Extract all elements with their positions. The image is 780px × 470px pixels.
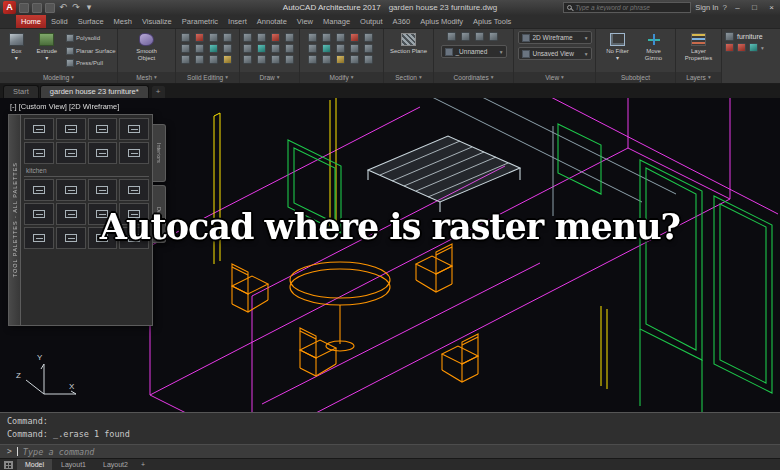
panel-label-solid-editing[interactable]: Solid Editing▾ (176, 72, 239, 83)
draw-tool-icon[interactable] (271, 44, 280, 53)
model-tab[interactable]: Model (17, 459, 52, 470)
polysolid-button[interactable]: Polysolid (64, 32, 114, 44)
chevron-down-icon[interactable]: ▾ (761, 45, 764, 51)
panel-label-view[interactable]: View▾ (514, 72, 595, 83)
search-input[interactable] (575, 4, 687, 11)
modify-tool-icon[interactable] (308, 44, 317, 53)
solid-editing-tool-icon[interactable] (181, 44, 190, 53)
modify-tool-icon[interactable] (322, 44, 331, 53)
modify-tool-icon[interactable] (322, 33, 331, 42)
panel-label-subobject[interactable]: Subobject (596, 72, 675, 83)
modify-tool-icon[interactable] (364, 55, 373, 64)
draw-tool-icon[interactable] (243, 33, 252, 42)
solid-editing-tool-icon[interactable] (195, 44, 204, 53)
panel-label-draw[interactable]: Draw▾ (240, 72, 299, 83)
new-drawing-button[interactable]: + (152, 86, 165, 98)
panel-label-coordinates[interactable]: Coordinates▾ (434, 72, 513, 83)
draw-tool-icon[interactable] (271, 55, 280, 64)
aplus-tool-icon[interactable] (725, 43, 734, 52)
signin-button[interactable]: Sign In (695, 3, 718, 12)
ribbon-tab-parametric[interactable]: Parametric (177, 15, 223, 28)
palette-item[interactable] (24, 227, 54, 249)
ribbon-tab-annotate[interactable]: Annotate (252, 15, 292, 28)
help-icon[interactable]: ? (723, 3, 727, 12)
palette-item[interactable] (24, 118, 54, 140)
panel-label-layers[interactable]: Layers▾ (676, 72, 721, 83)
viewport-view-control[interactable]: [Custom View] (19, 102, 67, 111)
box-dropdown-icon[interactable]: ▾ (15, 55, 18, 62)
coordinates-tool-icon[interactable] (461, 32, 470, 41)
new-layout-button[interactable]: + (137, 459, 149, 470)
ribbon-tab-aplus-modify[interactable]: Aplus Modify (415, 15, 468, 28)
drawing-viewport[interactable]: X Y Z [-] [Custom View] [2D Wireframe] T… (0, 98, 780, 412)
maximize-button[interactable]: □ (748, 3, 761, 12)
palette-item[interactable] (88, 179, 118, 201)
palette-item[interactable] (56, 179, 86, 201)
command-input-row[interactable]: > Type a command (0, 444, 780, 458)
palette-item[interactable] (119, 203, 149, 225)
palette-item[interactable] (119, 227, 149, 249)
ribbon-tab-visualize[interactable]: Visualize (137, 15, 177, 28)
modify-tool-icon[interactable] (308, 55, 317, 64)
open-icon[interactable] (19, 3, 29, 13)
ribbon-tab-surface[interactable]: Surface (73, 15, 109, 28)
command-history[interactable]: Command: Command: _.erase 1 found (0, 412, 780, 444)
aplus-tool-icon[interactable] (737, 43, 746, 52)
panel-label-section[interactable]: Section▾ (384, 72, 433, 83)
ribbon-tab-mesh[interactable]: Mesh (109, 15, 137, 28)
press-pull-button[interactable]: Press/Pull (64, 57, 114, 69)
file-tab-start[interactable]: Start (3, 85, 39, 98)
palette-item[interactable] (24, 179, 54, 201)
palette-tab-detail[interactable]: Detail (153, 185, 166, 243)
draw-tool-icon[interactable] (285, 33, 294, 42)
visual-style-dropdown[interactable]: 2D Wireframe ▾ (518, 31, 592, 44)
move-gizmo-button[interactable]: Move Gizmo (637, 31, 671, 70)
draw-tool-icon[interactable] (285, 55, 294, 64)
palette-tab-interiors[interactable]: Interiors (153, 124, 166, 182)
coordinates-tool-icon[interactable] (489, 32, 498, 41)
palette-item[interactable] (88, 203, 118, 225)
panel-label-modify[interactable]: Modify▾ (300, 72, 383, 83)
undo-icon[interactable]: ↶ (58, 3, 68, 13)
file-tab-document[interactable]: garden house 23 furniture* (40, 85, 149, 98)
draw-tool-icon[interactable] (257, 44, 266, 53)
layout1-tab[interactable]: Layout1 (53, 459, 94, 470)
draw-tool-icon[interactable] (257, 55, 266, 64)
ribbon-tab-a360[interactable]: A360 (388, 15, 416, 28)
palette-item[interactable] (56, 227, 86, 249)
modify-tool-icon[interactable] (350, 55, 359, 64)
palette-item[interactable] (88, 142, 118, 164)
modify-tool-icon[interactable] (364, 33, 373, 42)
save-icon[interactable] (32, 3, 42, 13)
viewport-style-control[interactable]: [2D Wireframe] (69, 102, 119, 111)
extrude-dropdown-icon[interactable]: ▾ (45, 55, 48, 62)
section-plane-button[interactable]: Section Plane (389, 31, 429, 70)
solid-editing-tool-icon[interactable] (181, 55, 190, 64)
ribbon-tab-output[interactable]: Output (355, 15, 388, 28)
ribbon-tab-manage[interactable]: Manage (318, 15, 355, 28)
modify-tool-icon[interactable] (336, 44, 345, 53)
layout2-tab[interactable]: Layout2 (95, 459, 136, 470)
solid-editing-tool-icon[interactable] (209, 44, 218, 53)
ribbon-tab-insert[interactable]: Insert (223, 15, 252, 28)
palette-item[interactable] (24, 203, 54, 225)
coordinates-tool-icon[interactable] (447, 32, 456, 41)
panel-label-mesh[interactable]: Mesh▾ (118, 72, 175, 83)
grid-icon[interactable] (4, 461, 13, 469)
ribbon-tab-view[interactable]: View (292, 15, 318, 28)
palette-item[interactable] (88, 227, 118, 249)
extrude-button[interactable]: Extrude ▾ (32, 31, 62, 70)
app-menu-button[interactable]: A (3, 1, 16, 14)
draw-tool-icon[interactable] (285, 44, 294, 53)
no-filter-dropdown-icon[interactable]: ▾ (616, 55, 619, 62)
solid-editing-tool-icon[interactable] (223, 55, 232, 64)
furniture-palette-label[interactable]: furniture (737, 33, 763, 40)
solid-editing-tool-icon[interactable] (195, 33, 204, 42)
solid-editing-tool-icon[interactable] (181, 33, 190, 42)
solid-editing-tool-icon[interactable] (223, 33, 232, 42)
box-button[interactable]: Box ▾ (3, 31, 30, 70)
qat-dropdown-icon[interactable]: ▾ (84, 3, 94, 13)
print-icon[interactable] (45, 3, 55, 13)
draw-tool-icon[interactable] (257, 33, 266, 42)
palette-item[interactable] (119, 142, 149, 164)
